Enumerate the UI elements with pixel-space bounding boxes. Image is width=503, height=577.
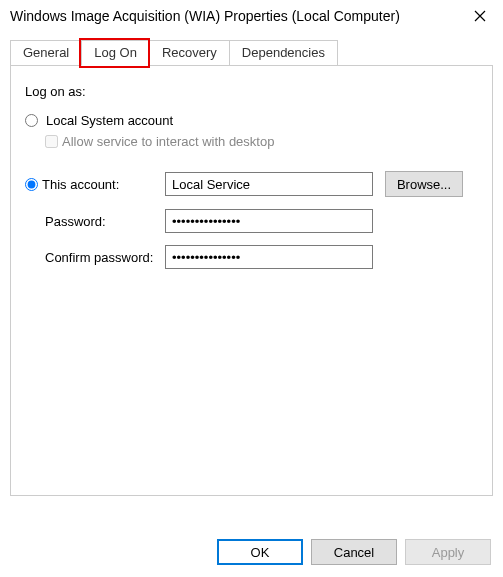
confirm-password-label: Confirm password: xyxy=(25,250,165,265)
dialog-body: General Log On Recovery Dependencies Log… xyxy=(0,32,503,496)
password-input[interactable] xyxy=(165,209,373,233)
tab-logon[interactable]: Log On xyxy=(81,40,150,66)
tab-panel-logon: Log on as: Local System account Allow se… xyxy=(10,66,493,496)
confirm-password-input[interactable] xyxy=(165,245,373,269)
confirm-password-row: Confirm password: xyxy=(25,245,478,269)
this-account-row: This account: Browse... xyxy=(25,171,478,197)
tab-recovery[interactable]: Recovery xyxy=(149,40,230,65)
local-system-radio[interactable] xyxy=(25,114,38,127)
tab-dependencies[interactable]: Dependencies xyxy=(229,40,338,65)
local-system-radio-row: Local System account xyxy=(25,113,478,128)
password-row: Password: xyxy=(25,209,478,233)
close-button[interactable] xyxy=(457,0,503,32)
tab-general[interactable]: General xyxy=(10,40,82,65)
button-bar: OK Cancel Apply xyxy=(217,539,491,565)
password-label: Password: xyxy=(25,214,165,229)
close-icon xyxy=(474,10,486,22)
local-system-label: Local System account xyxy=(46,113,173,128)
interact-desktop-label: Allow service to interact with desktop xyxy=(62,134,274,149)
logon-as-label: Log on as: xyxy=(25,84,478,99)
browse-button[interactable]: Browse... xyxy=(385,171,463,197)
interact-desktop-row: Allow service to interact with desktop xyxy=(45,134,478,149)
this-account-label: This account: xyxy=(42,177,119,192)
tab-strip: General Log On Recovery Dependencies xyxy=(10,40,493,66)
interact-desktop-checkbox xyxy=(45,135,58,148)
this-account-radio[interactable] xyxy=(25,178,38,191)
window-title: Windows Image Acquisition (WIA) Properti… xyxy=(10,8,457,24)
titlebar: Windows Image Acquisition (WIA) Properti… xyxy=(0,0,503,32)
account-input[interactable] xyxy=(165,172,373,196)
cancel-button[interactable]: Cancel xyxy=(311,539,397,565)
ok-button[interactable]: OK xyxy=(217,539,303,565)
apply-button: Apply xyxy=(405,539,491,565)
account-form: This account: Browse... Password: Confir… xyxy=(25,171,478,269)
